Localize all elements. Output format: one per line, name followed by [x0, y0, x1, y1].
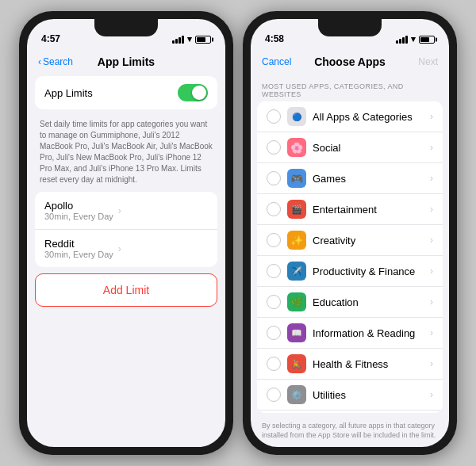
- add-limit-card[interactable]: Add Limit: [35, 273, 217, 307]
- status-icons-2: ▾: [396, 34, 435, 44]
- utilities-icon: ⚙️: [287, 385, 306, 404]
- social-chevron: ›: [430, 142, 433, 153]
- creativity-chevron: ›: [430, 235, 433, 246]
- app-row-utilities[interactable]: ⚙️ Utilities ›: [257, 380, 443, 411]
- information-label: Information & Reading: [313, 327, 425, 339]
- reddit-item: Reddit 30min, Every Day: [44, 238, 113, 259]
- phone-2: 4:58 ▾ Cancel Choose Apps Next MOST US: [243, 11, 457, 455]
- apollo-item: Apollo 30min, Every Day: [44, 200, 113, 221]
- nav-bar-2: Cancel Choose Apps Next: [251, 48, 449, 76]
- add-limit-text: Add Limit: [103, 284, 149, 296]
- reddit-sub: 30min, Every Day: [44, 250, 113, 259]
- cancel-button[interactable]: Cancel: [262, 56, 291, 67]
- app-limits-toggle[interactable]: [178, 84, 208, 101]
- app-row-creativity[interactable]: ✨ Creativity ›: [257, 225, 443, 256]
- entertainment-chevron: ›: [430, 204, 433, 215]
- app-row-information[interactable]: 📖 Information & Reading ›: [257, 318, 443, 349]
- app-limits-label: App Limits: [44, 87, 178, 99]
- app-limits-toggle-row: App Limits: [35, 76, 217, 109]
- screen-2: 4:58 ▾ Cancel Choose Apps Next MOST US: [251, 19, 449, 447]
- app-row-all[interactable]: 🔵 All Apps & Categories ›: [257, 101, 443, 132]
- next-button[interactable]: Next: [418, 56, 438, 67]
- add-limit-row: Add Limit: [36, 274, 217, 306]
- wifi-icon-2: ▾: [411, 34, 416, 44]
- productivity-icon: ✈️: [287, 262, 306, 281]
- app-row-social[interactable]: 🌸 Social ›: [257, 132, 443, 163]
- all-apps-icon: 🔵: [287, 107, 306, 126]
- section-label: MOST USED APPS, CATEGORIES, AND WEBSITES: [251, 76, 449, 101]
- nav-bar-1: ‹ Search App Limits: [27, 48, 225, 76]
- entertainment-label: Entertainment: [313, 204, 425, 216]
- app-limits-card: App Limits: [35, 76, 217, 109]
- apollo-sub: 30min, Every Day: [44, 212, 113, 221]
- social-label: Social: [313, 142, 425, 154]
- notch-2: [318, 19, 382, 36]
- back-button-1[interactable]: ‹ Search: [38, 56, 73, 67]
- chevron-left-icon-1: ‹: [38, 56, 41, 67]
- page-title-2: Choose Apps: [314, 55, 386, 68]
- app-row-education[interactable]: 🌿 Education ›: [257, 287, 443, 318]
- app-row-games[interactable]: 🎮 Games ›: [257, 163, 443, 194]
- app-limits-description: Set daily time limits for app categories…: [27, 116, 225, 192]
- health-label: Health & Fitness: [313, 358, 425, 370]
- signal-icon-1: [172, 36, 184, 44]
- app-row-productivity[interactable]: ✈️ Productivity & Finance ›: [257, 256, 443, 287]
- battery-icon-2: [419, 36, 435, 44]
- app-row-entertainment[interactable]: 🎬 Entertainment ›: [257, 194, 443, 225]
- time-2: 4:58: [265, 33, 284, 44]
- education-chevron: ›: [430, 296, 433, 307]
- creativity-label: Creativity: [313, 235, 425, 246]
- radio-utilities[interactable]: [267, 388, 281, 402]
- games-icon: 🎮: [287, 169, 306, 188]
- social-icon: 🌸: [287, 138, 306, 157]
- radio-social[interactable]: [267, 140, 281, 155]
- radio-education[interactable]: [267, 295, 281, 309]
- games-chevron: ›: [430, 173, 433, 184]
- entertainment-icon: 🎬: [287, 200, 306, 219]
- page-title-1: App Limits: [98, 55, 155, 68]
- information-icon: 📖: [287, 323, 306, 342]
- footer-note: By selecting a category, all future apps…: [251, 416, 449, 447]
- radio-entertainment[interactable]: [267, 202, 281, 216]
- education-label: Education: [313, 296, 425, 308]
- time-1: 4:57: [41, 33, 60, 44]
- games-label: Games: [313, 173, 425, 185]
- app-row-health[interactable]: 🚴 Health & Fitness ›: [257, 349, 443, 380]
- reddit-row[interactable]: Reddit 30min, Every Day ›: [35, 230, 217, 267]
- radio-productivity[interactable]: [267, 264, 281, 278]
- productivity-chevron: ›: [430, 265, 433, 277]
- health-chevron: ›: [430, 358, 433, 369]
- apollo-chevron: ›: [118, 205, 121, 216]
- battery-icon-1: [195, 36, 211, 44]
- signal-icon-2: [396, 36, 408, 44]
- apps-list-card: 🔵 All Apps & Categories › 🌸 Social › 🎮 G…: [257, 101, 443, 413]
- back-label-1: Search: [43, 56, 73, 67]
- limits-list-card: Apollo 30min, Every Day › Reddit 30min, …: [35, 192, 217, 267]
- education-icon: 🌿: [287, 292, 306, 311]
- all-apps-chevron: ›: [430, 111, 433, 122]
- utilities-label: Utilities: [313, 389, 425, 401]
- apollo-title: Apollo: [44, 200, 113, 212]
- productivity-label: Productivity & Finance: [313, 265, 425, 277]
- information-chevron: ›: [430, 327, 433, 338]
- all-apps-label: All Apps & Categories: [313, 111, 425, 123]
- wifi-icon-1: ▾: [187, 34, 192, 44]
- screen-1: 4:57 ▾ ‹ Search App Limits: [27, 19, 225, 447]
- utilities-chevron: ›: [430, 389, 433, 400]
- reddit-title: Reddit: [44, 238, 113, 250]
- radio-games[interactable]: [267, 171, 281, 185]
- notch-1: [94, 19, 158, 36]
- phone-1: 4:57 ▾ ‹ Search App Limits: [19, 11, 233, 455]
- health-icon: 🚴: [287, 354, 306, 373]
- radio-information[interactable]: [267, 326, 281, 340]
- radio-all[interactable]: [267, 109, 281, 124]
- apollo-row[interactable]: Apollo 30min, Every Day ›: [35, 192, 217, 230]
- reddit-chevron: ›: [118, 243, 121, 254]
- status-icons-1: ▾: [172, 34, 211, 44]
- radio-creativity[interactable]: [267, 233, 281, 247]
- radio-health[interactable]: [267, 357, 281, 371]
- app-row-shopping[interactable]: 🛍️ Shopping & Food ›: [257, 411, 443, 413]
- creativity-icon: ✨: [287, 231, 306, 250]
